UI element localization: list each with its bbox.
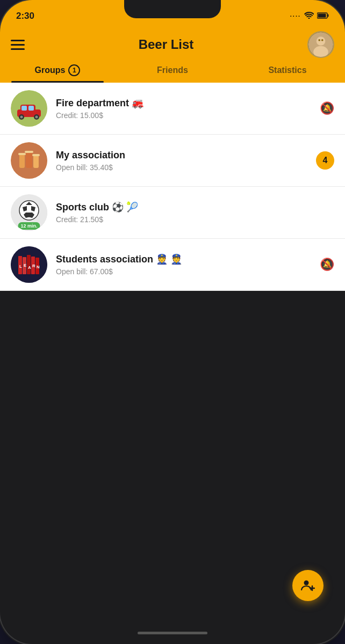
svg-point-16 [35, 116, 38, 119]
group-avatar-sports: 12 min. [11, 194, 47, 231]
content-area: Fire department 🚒 Credit: 15.00$ 🔕 [0, 83, 345, 291]
group-action-students: 🔕 [320, 258, 334, 272]
tab-friends[interactable]: Friends [115, 65, 230, 82]
add-group-fab[interactable] [292, 570, 324, 601]
tab-bar: Groups 1 Friends Statistics [0, 58, 345, 83]
group-sub-students: Open bill: 67.00$ [56, 267, 311, 276]
group-name-students: Students association 👮 👮 [56, 253, 311, 265]
svg-point-4 [317, 36, 326, 46]
group-avatar-assoc [11, 142, 47, 179]
svg-point-14 [20, 116, 23, 119]
status-icons: ···· [290, 11, 329, 21]
group-info-fire: Fire department 🚒 Credit: 15.00$ [56, 97, 311, 120]
svg-rect-34 [27, 255, 31, 274]
battery-icon [317, 11, 329, 21]
svg-point-6 [318, 39, 320, 41]
group-name-fire: Fire department 🚒 [56, 97, 311, 109]
groups-badge: 1 [68, 64, 80, 76]
group-sub-fire: Credit: 15.00$ [56, 111, 311, 120]
tab-groups-label: Groups [35, 65, 66, 75]
svg-rect-22 [25, 151, 33, 153]
svg-point-42 [304, 581, 309, 586]
svg-text:L: L [19, 264, 22, 269]
status-time: 2:30 [16, 11, 34, 21]
svg-rect-11 [21, 106, 27, 111]
user-avatar[interactable] [307, 31, 334, 58]
list-item[interactable]: Fire department 🚒 Credit: 15.00$ 🔕 [0, 83, 345, 135]
svg-rect-23 [32, 154, 40, 156]
svg-rect-20 [33, 155, 39, 168]
group-info-assoc: My association Open bill: 35.40$ [56, 150, 307, 172]
menu-button[interactable] [11, 40, 25, 50]
group-avatar-students: L E A R N [11, 246, 47, 283]
svg-point-5 [313, 46, 328, 58]
group-info-students: Students association 👮 👮 Open bill: 67.0… [56, 253, 311, 276]
notch [124, 0, 221, 18]
svg-rect-2 [318, 14, 326, 18]
group-info-sports: Sports club ⚽ 🎾 Credit: 21.50$ [56, 201, 326, 224]
bell-muted-icon: 🔕 [320, 101, 334, 115]
app-title: Beer List [139, 37, 194, 52]
sports-timer: 12 min. [18, 222, 40, 230]
svg-text:N: N [37, 265, 40, 269]
tab-statistics-label: Statistics [268, 65, 306, 75]
notification-badge: 4 [316, 151, 334, 170]
phone-frame: 2:30 ···· [0, 0, 345, 644]
svg-text:E: E [24, 263, 27, 268]
bell-muted-icon-2: 🔕 [320, 258, 334, 272]
group-sub-assoc: Open bill: 35.40$ [56, 163, 307, 172]
svg-text:R: R [32, 264, 35, 268]
home-indicator [138, 632, 207, 634]
group-name-sports: Sports club ⚽ 🎾 [56, 201, 326, 213]
svg-rect-18 [19, 154, 25, 168]
svg-rect-12 [28, 106, 34, 111]
svg-rect-21 [18, 153, 26, 155]
list-item[interactable]: L E A R N Students association 👮 👮 Open … [0, 239, 345, 291]
tab-statistics[interactable]: Statistics [230, 65, 345, 82]
group-avatar-fire [11, 90, 47, 127]
wifi-icon [304, 11, 314, 21]
list-item[interactable]: 12 min. Sports club ⚽ 🎾 Credit: 21.50$ [0, 187, 345, 239]
group-name-assoc: My association [56, 150, 307, 161]
tab-groups[interactable]: Groups 1 [0, 64, 115, 83]
svg-text:A: A [28, 265, 31, 270]
svg-point-7 [321, 39, 324, 41]
list-item[interactable]: My association Open bill: 35.40$ 4 [0, 135, 345, 187]
app-header: Beer List [0, 27, 345, 58]
svg-rect-1 [328, 14, 329, 17]
group-sub-sports: Credit: 21.50$ [56, 215, 326, 224]
tab-friends-label: Friends [157, 65, 188, 75]
group-action-assoc: 4 [316, 151, 334, 170]
signal-dots-icon: ···· [290, 13, 301, 19]
group-action-fire: 🔕 [320, 101, 334, 115]
svg-rect-19 [26, 152, 32, 168]
